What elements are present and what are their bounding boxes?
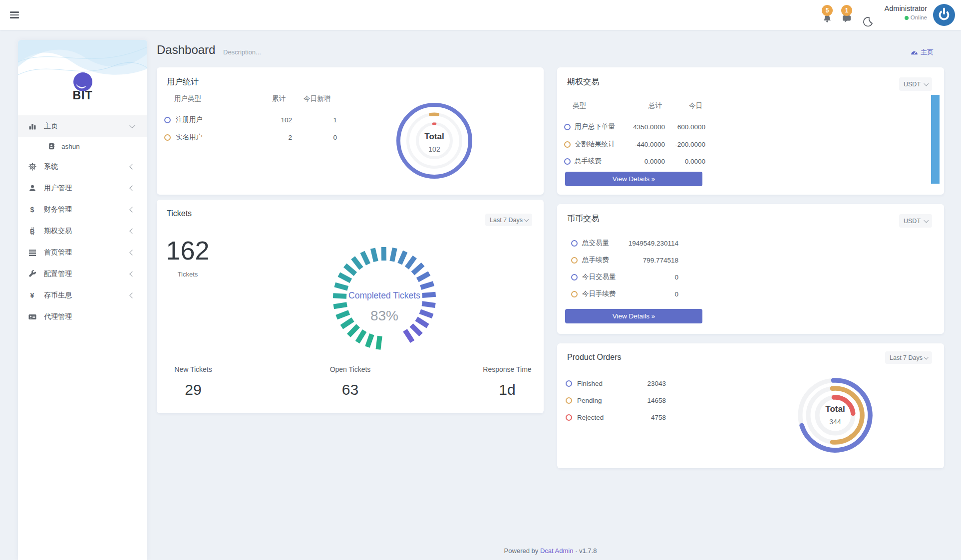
list-icon xyxy=(28,249,36,257)
chevron-left-icon xyxy=(129,292,135,298)
sidebar-menu: 主页 ashun 系统 用户管理 $ 财务管理 xyxy=(18,115,147,327)
series-marker-icon xyxy=(571,291,578,297)
bell-badge: 5 xyxy=(822,5,833,16)
series-marker-icon xyxy=(564,158,571,165)
chevron-down-icon xyxy=(924,218,928,222)
donut-center-value: 344 xyxy=(793,418,878,426)
sidebar-item-options-trading[interactable]: B 期权交易 xyxy=(18,220,147,242)
series-marker-icon xyxy=(566,397,572,404)
donut-center-label: Total xyxy=(394,132,474,142)
currency-select[interactable]: USDT xyxy=(899,77,932,91)
card-title: 币币交易 xyxy=(567,214,599,224)
tickets-card: Tickets Last 7 Days 162 Tickets Complete… xyxy=(157,200,544,413)
sidebar-item-label: 系统 xyxy=(44,162,58,171)
user-icon xyxy=(28,184,36,192)
card-title: Product Orders xyxy=(567,353,621,362)
table-row: Finished 23043 xyxy=(566,375,666,392)
user-stats-donut-chart: Total 102 xyxy=(394,101,474,181)
tickets-stats-row: New Tickets 29 Open Tickets 63 Response … xyxy=(157,365,544,398)
dashboard-gauge-icon xyxy=(911,49,918,55)
date-range-select[interactable]: Last 7 Days xyxy=(485,214,532,226)
card-title: Tickets xyxy=(167,209,192,218)
series-marker-icon xyxy=(566,414,572,421)
page-title: Dashboard xyxy=(157,43,215,57)
dark-mode-toggle[interactable] xyxy=(860,8,875,29)
donut-center-value: 102 xyxy=(394,145,474,153)
yen-icon: ¥ xyxy=(28,292,36,299)
user-stats-card: 用户统计 用户类型 累计 今日新增 注册用户 102 1 实名用户 2 0 To… xyxy=(157,67,544,195)
table-row: 用户总下单量 4350.0000 600.0000 xyxy=(564,118,705,135)
address-book-icon xyxy=(47,143,55,150)
series-marker-icon xyxy=(564,141,571,148)
sidebar-item-home[interactable]: 主页 xyxy=(18,115,147,137)
dollar-icon: $ xyxy=(28,206,36,213)
sidebar-item-agent-management[interactable]: 代理管理 xyxy=(18,306,147,327)
sidebar-item-label: 存币生息 xyxy=(44,291,72,300)
options-trading-card: 期权交易 USDT 类型 总计 今日 用户总下单量 4350.0000 600.… xyxy=(557,67,944,195)
table-row: Pending 14658 xyxy=(566,392,666,409)
sidebar-item-label: 用户管理 xyxy=(44,184,72,193)
card-title: 用户统计 xyxy=(167,77,199,87)
breadcrumb[interactable]: 主页 xyxy=(911,48,934,57)
message-badge: 1 xyxy=(841,5,852,16)
sidebar-item-homepage-management[interactable]: 首页管理 xyxy=(18,242,147,263)
date-range-select[interactable]: Last 7 Days xyxy=(885,351,932,364)
sidebar-item-label: 首页管理 xyxy=(44,248,72,257)
sidebar-item-label: 主页 xyxy=(44,122,58,131)
messages[interactable]: 1 xyxy=(840,4,855,25)
sidebar-item-system[interactable]: 系统 xyxy=(18,156,147,177)
brand-name: BIT xyxy=(18,89,147,102)
series-marker-icon xyxy=(571,257,578,264)
wrench-icon xyxy=(28,270,36,278)
tickets-total: 162 Tickets xyxy=(163,236,213,278)
page-subtitle: Description... xyxy=(223,48,261,56)
completed-tickets-gauge: Completed Tickets 83% xyxy=(330,245,438,352)
coin-trading-card: 币币交易 USDT 总交易量 1949549.230114 总手续费 799.7… xyxy=(557,204,944,334)
chevron-down-icon xyxy=(924,81,928,85)
table-row: Rejected 4758 xyxy=(566,409,666,426)
options-table-header: 类型 总计 今日 xyxy=(573,101,702,110)
user-stats-table-header: 用户类型 累计 今日新增 xyxy=(174,94,330,103)
sidebar-subitem-ashun[interactable]: ashun xyxy=(18,137,147,156)
gauge-value: 83% xyxy=(330,308,438,324)
sidebar-item-finance-management[interactable]: $ 财务管理 xyxy=(18,199,147,220)
sidebar-item-deposit-interest[interactable]: ¥ 存币生息 xyxy=(18,284,147,306)
sidebar-item-label: 配置管理 xyxy=(44,270,72,279)
options-bar-chart xyxy=(931,95,940,184)
series-marker-icon xyxy=(164,134,171,141)
user-menu[interactable]: Administrator Online xyxy=(885,4,927,20)
series-marker-icon xyxy=(571,274,578,280)
product-orders-card: Product Orders Last 7 Days Finished 2304… xyxy=(557,343,944,468)
view-details-button[interactable]: View Details » xyxy=(565,172,702,186)
id-card-icon xyxy=(28,313,36,321)
table-row: 总交易量 1949549.230114 xyxy=(571,235,678,252)
bitcoin-icon: B xyxy=(28,227,36,235)
chevron-left-icon xyxy=(129,164,135,169)
view-details-button[interactable]: View Details » xyxy=(565,309,702,323)
sidebar-item-user-management[interactable]: 用户管理 xyxy=(18,177,147,199)
currency-select[interactable]: USDT xyxy=(899,214,932,228)
dcat-admin-link[interactable]: Dcat Admin xyxy=(540,547,573,555)
product-orders-radial-chart: Total 344 xyxy=(793,373,878,458)
table-row: 今日手续费 0 xyxy=(571,285,678,302)
chevron-left-icon xyxy=(129,207,135,212)
online-dot-icon xyxy=(905,16,909,20)
navbar: 5 1 Administrator Online xyxy=(0,0,961,30)
card-title: 期权交易 xyxy=(567,77,599,87)
footer-separator: · xyxy=(575,547,577,555)
bar-chart-icon xyxy=(28,122,36,130)
app-logo[interactable] xyxy=(933,4,955,26)
chevron-left-icon xyxy=(129,271,135,277)
notifications-bell[interactable]: 5 xyxy=(820,4,835,25)
sidebar-item-config-management[interactable]: 配置管理 xyxy=(18,263,147,284)
sidebar-item-label: 期权交易 xyxy=(44,227,72,236)
stat-response-time: Response Time 1d xyxy=(480,365,535,398)
tickets-total-label: Tickets xyxy=(163,271,213,278)
footer-version: v1.7.8 xyxy=(579,547,597,555)
donut-center-label: Total xyxy=(793,404,878,414)
sidebar: BIT 主页 ashun 系统 用户管理 xyxy=(18,40,147,560)
series-marker-icon xyxy=(164,117,171,123)
hamburger-menu-icon[interactable] xyxy=(10,11,19,18)
stat-new-tickets: New Tickets 29 xyxy=(166,365,221,398)
sidebar-item-label: 财务管理 xyxy=(44,205,72,214)
